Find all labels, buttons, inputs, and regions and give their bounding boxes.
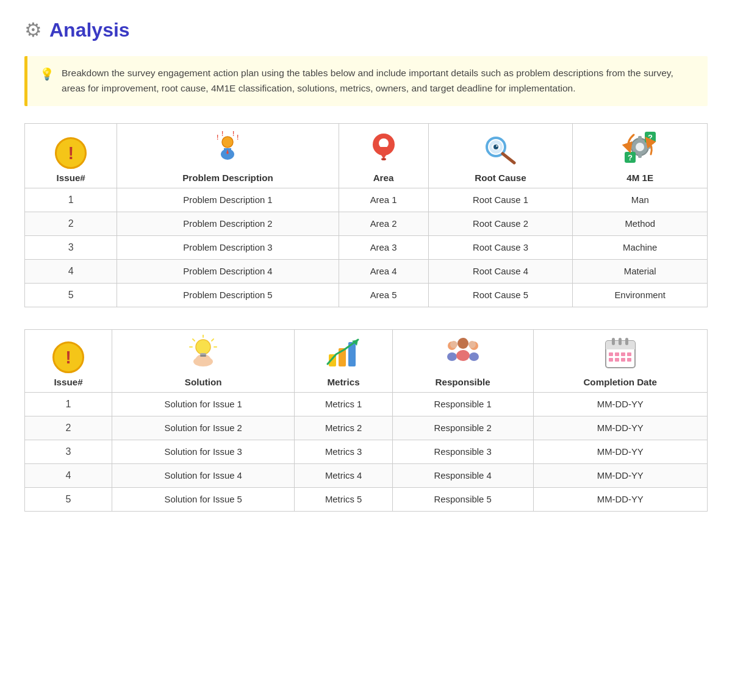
table1-section: ! Issue# — [24, 123, 708, 308]
problem-icon: ! ! ! ! — [122, 131, 333, 170]
svg-rect-21 — [638, 153, 642, 158]
th-area: Area — [339, 123, 428, 188]
svg-point-42 — [447, 352, 457, 361]
svg-rect-62 — [627, 358, 631, 362]
analysis-table-2: ! Issue# — [24, 329, 708, 512]
th2-issue: ! Issue# — [25, 330, 112, 393]
th2-metrics: Metrics — [295, 330, 392, 393]
th2-responsible-label: Responsible — [398, 377, 528, 387]
table-row: 3 Solution for Issue 3 Metrics 3 Respons… — [25, 440, 708, 464]
table-row: 3 Problem Description 3 Area 3 Root Caus… — [25, 236, 708, 260]
svg-point-48 — [468, 341, 476, 348]
t2-r3-issue: 3 — [25, 440, 112, 464]
th-4m1e-label: 4M 1E — [578, 173, 702, 183]
svg-rect-56 — [615, 352, 619, 356]
t2-r2-issue: 2 — [25, 416, 112, 440]
th2-issue-label: Issue# — [30, 377, 107, 387]
th-problem: ! ! ! ! Problem Description — [117, 123, 339, 188]
t2-r4-responsible: Responsible 4 — [392, 464, 533, 488]
t1-r4-4m1e: Material — [573, 260, 708, 284]
t1-r4-area: Area 4 — [339, 260, 428, 284]
t1-r2-rootcause: Root Cause 2 — [428, 212, 573, 236]
svg-point-11 — [381, 158, 386, 160]
metrics-icon — [300, 337, 387, 373]
svg-rect-31 — [200, 355, 206, 357]
t2-r2-metrics: Metrics 2 — [295, 416, 392, 440]
t2-r1-issue: 1 — [25, 393, 112, 416]
analysis-table-1: ! Issue# — [24, 123, 708, 308]
table-row: 1 Problem Description 1 Area 1 Root Caus… — [25, 188, 708, 212]
page-header: ⚙ Analysis — [24, 18, 708, 41]
svg-point-9 — [379, 138, 389, 148]
t1-r5-rootcause: Root Cause 5 — [428, 284, 573, 307]
svg-rect-60 — [615, 358, 619, 362]
t2-r3-solution: Solution for Issue 3 — [112, 440, 295, 464]
th2-completion: Completion Date — [533, 330, 708, 393]
table-row: 5 Solution for Issue 5 Metrics 5 Respons… — [25, 488, 708, 512]
t1-r2-issue: 2 — [25, 212, 117, 236]
t1-r3-problem: Problem Description 3 — [117, 236, 339, 260]
t1-r5-4m1e: Environment — [573, 284, 708, 307]
table-row: 4 Solution for Issue 4 Metrics 4 Respons… — [25, 464, 708, 488]
th2-solution: Solution — [112, 330, 295, 393]
svg-rect-20 — [638, 136, 642, 141]
t2-r4-completion: MM-DD-YY — [533, 464, 708, 488]
t1-r4-issue: 4 — [25, 260, 117, 284]
t2-r4-solution: Solution for Issue 4 — [112, 464, 295, 488]
svg-point-19 — [636, 143, 644, 151]
svg-text:?: ? — [628, 153, 633, 162]
t2-r3-completion: MM-DD-YY — [533, 440, 708, 464]
completion-icon — [539, 335, 703, 373]
svg-text:!: ! — [232, 131, 234, 137]
table-row: 1 Solution for Issue 1 Metrics 1 Respons… — [25, 393, 708, 416]
table2-section: ! Issue# — [24, 329, 708, 512]
t2-r1-metrics: Metrics 1 — [295, 393, 392, 416]
t1-r4-rootcause: Root Cause 4 — [428, 260, 573, 284]
t1-r5-problem: Problem Description 5 — [117, 284, 339, 307]
th-problem-label: Problem Description — [122, 173, 333, 183]
svg-text:!: ! — [237, 134, 239, 141]
t2-r5-completion: MM-DD-YY — [533, 488, 708, 512]
t1-r2-problem: Problem Description 2 — [117, 212, 339, 236]
th-issue: ! Issue# — [25, 123, 117, 188]
t2-r5-solution: Solution for Issue 5 — [112, 488, 295, 512]
t2-r4-metrics: Metrics 4 — [295, 464, 392, 488]
table-row: 2 Solution for Issue 2 Metrics 2 Respons… — [25, 416, 708, 440]
svg-line-17 — [503, 154, 514, 163]
4m1e-icon: ? ? — [578, 129, 702, 170]
t2-r2-responsible: Responsible 2 — [392, 416, 533, 440]
area-icon — [344, 130, 423, 170]
svg-point-47 — [450, 341, 458, 348]
issue-icon: ! — [30, 136, 112, 169]
t1-r2-4m1e: Method — [573, 212, 708, 236]
table-row: 2 Problem Description 2 Area 2 Root Caus… — [25, 212, 708, 236]
responsible-icon — [398, 335, 528, 373]
svg-rect-52 — [612, 338, 615, 345]
t1-r1-area: Area 1 — [339, 188, 428, 212]
t2-r5-responsible: Responsible 5 — [392, 488, 533, 512]
gear-icon: ⚙ — [24, 18, 42, 41]
lightbulb-icon: 💡 — [40, 67, 54, 81]
page-title: Analysis — [49, 19, 130, 41]
th2-solution-label: Solution — [117, 377, 289, 387]
th-4m1e: ? ? 4M 1E — [573, 123, 708, 188]
info-box: 💡 Breakdown the survey engagement action… — [24, 56, 708, 106]
svg-text:!: ! — [217, 134, 218, 141]
svg-line-33 — [212, 339, 214, 341]
t1-r3-4m1e: Machine — [573, 236, 708, 260]
t2-r4-issue: 4 — [25, 464, 112, 488]
t1-r3-rootcause: Root Cause 3 — [428, 236, 573, 260]
svg-point-16 — [497, 145, 498, 146]
t1-r1-problem: Problem Description 1 — [117, 188, 339, 212]
t2-r2-solution: Solution for Issue 2 — [112, 416, 295, 440]
info-box-text: Breakdown the survey engagement action p… — [62, 66, 695, 96]
t2-r1-solution: Solution for Issue 1 — [112, 393, 295, 416]
t1-r1-rootcause: Root Cause 1 — [428, 188, 573, 212]
svg-rect-58 — [627, 352, 631, 356]
issue2-icon: ! — [30, 340, 107, 373]
t2-r3-responsible: Responsible 3 — [392, 440, 533, 464]
svg-rect-54 — [625, 338, 628, 345]
th2-metrics-label: Metrics — [300, 377, 387, 387]
rootcause-icon — [434, 135, 568, 170]
th-rootcause-label: Root Cause — [434, 173, 568, 183]
